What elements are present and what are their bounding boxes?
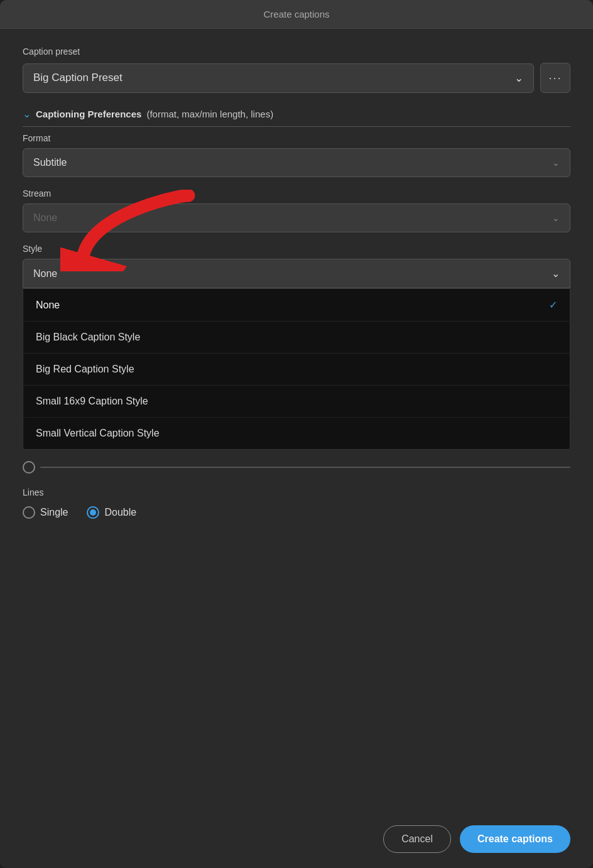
- radio-double-label: Double: [104, 507, 136, 518]
- radio-single-label: Single: [40, 507, 68, 518]
- dialog-footer: Cancel Create captions: [0, 810, 593, 868]
- style-group: Style None ⌄: [23, 244, 570, 450]
- create-captions-dialog: Create captions Caption preset Big Capti…: [0, 0, 593, 868]
- style-option-big-black[interactable]: Big Black Caption Style: [23, 322, 570, 354]
- scrollbar[interactable]: [23, 461, 570, 474]
- style-option-none-label: None: [36, 300, 60, 311]
- radio-double-circle[interactable]: [87, 506, 99, 519]
- checkmark-icon: ✓: [549, 299, 557, 311]
- radio-single-circle[interactable]: [23, 506, 35, 519]
- format-label: Format: [23, 133, 570, 143]
- style-option-big-black-label: Big Black Caption Style: [36, 332, 140, 343]
- style-option-none[interactable]: None ✓: [23, 289, 570, 322]
- more-options-button[interactable]: ···: [540, 63, 570, 93]
- style-dropdown[interactable]: None ⌄: [23, 259, 570, 288]
- style-value: None: [33, 268, 57, 279]
- scroll-thumb[interactable]: [23, 461, 35, 474]
- scroll-track: [40, 467, 570, 468]
- style-chevron-icon: ⌄: [552, 268, 560, 279]
- cancel-button[interactable]: Cancel: [383, 825, 451, 853]
- prefs-title: Captioning Preferences: [36, 109, 141, 119]
- create-captions-button[interactable]: Create captions: [460, 825, 570, 853]
- title-bar: Create captions: [0, 0, 593, 29]
- stream-placeholder: None: [33, 212, 57, 224]
- radio-double[interactable]: Double: [87, 506, 136, 519]
- caption-preset-dropdown[interactable]: Big Caption Preset ⌄: [23, 63, 534, 93]
- caption-preset-label: Caption preset: [23, 46, 570, 57]
- format-dropdown[interactable]: Subtitle ⌄: [23, 148, 570, 177]
- stream-dropdown[interactable]: None ⌄: [23, 203, 570, 232]
- format-group: Format Subtitle ⌄: [23, 133, 570, 177]
- prefs-subtitle: (format, max/min length, lines): [146, 109, 273, 119]
- preset-row: Big Caption Preset ⌄ ···: [23, 63, 570, 93]
- caption-preset-value: Big Caption Preset: [33, 72, 122, 84]
- lines-section: Lines Single Double: [23, 487, 570, 519]
- lines-radio-group: Single Double: [23, 506, 570, 519]
- format-value: Subtitle: [33, 157, 67, 168]
- stream-label: Stream: [23, 188, 570, 198]
- prefs-header[interactable]: ⌄ Captioning Preferences (format, max/mi…: [23, 108, 570, 127]
- style-option-big-red-label: Big Red Caption Style: [36, 364, 134, 375]
- style-option-small-16x9-label: Small 16x9 Caption Style: [36, 396, 148, 407]
- dialog-title: Create captions: [263, 9, 329, 19]
- prefs-chevron-icon: ⌄: [23, 108, 31, 120]
- style-dropdown-list: None ✓ Big Black Caption Style Big Red C…: [23, 288, 570, 450]
- stream-chevron-icon: ⌄: [552, 213, 560, 223]
- style-label: Style: [23, 244, 570, 254]
- radio-double-inner: [90, 509, 96, 516]
- chevron-down-icon: ⌄: [514, 72, 523, 85]
- radio-single[interactable]: Single: [23, 506, 68, 519]
- format-chevron-icon: ⌄: [552, 158, 560, 168]
- style-option-small-16x9[interactable]: Small 16x9 Caption Style: [23, 386, 570, 418]
- stream-group: Stream None ⌄: [23, 188, 570, 232]
- style-option-small-vertical[interactable]: Small Vertical Caption Style: [23, 418, 570, 449]
- style-option-big-red[interactable]: Big Red Caption Style: [23, 354, 570, 386]
- lines-label: Lines: [23, 487, 570, 497]
- more-icon: ···: [548, 72, 562, 85]
- style-option-small-vertical-label: Small Vertical Caption Style: [36, 428, 160, 439]
